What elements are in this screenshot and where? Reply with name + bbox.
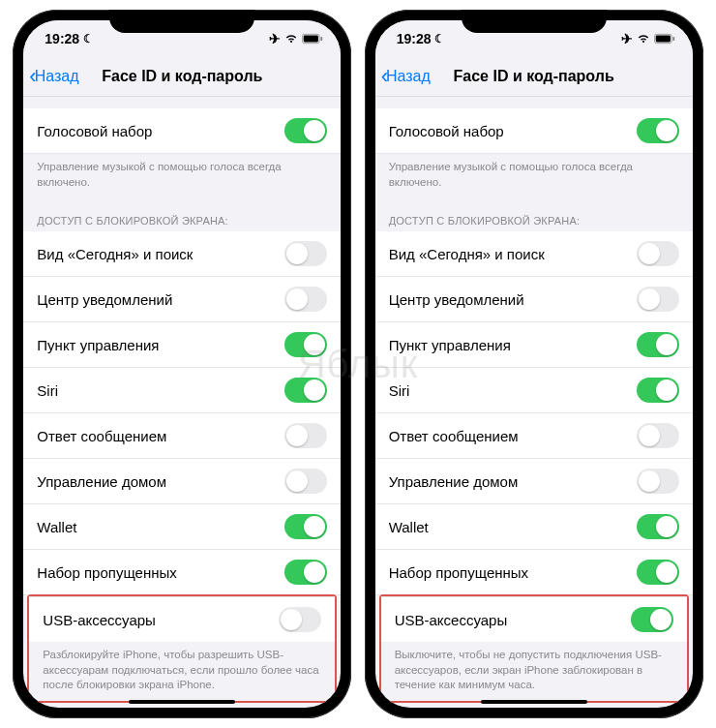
lock-row-toggle[interactable] <box>284 469 327 494</box>
usb-label: USB-аксессуары <box>395 612 508 628</box>
voice-dial-label: Голосовой набор <box>389 123 504 139</box>
screen: 19:28 ☾ ✈︎ ‹ Назад Face ID и код-пароль … <box>375 20 693 708</box>
airplane-icon: ✈︎ <box>621 31 633 46</box>
lock-row: Siri <box>23 368 341 413</box>
usb-row: USB-аксессуары <box>381 596 687 642</box>
lock-row-toggle[interactable] <box>284 514 327 539</box>
notch <box>109 10 254 33</box>
svg-rect-4 <box>655 36 670 43</box>
nav-bar: ‹ Назад Face ID и код-пароль <box>375 57 693 97</box>
lock-row: Управление домом <box>23 459 341 504</box>
lock-row-label: Ответ сообщением <box>37 428 166 444</box>
lock-row-toggle[interactable] <box>284 332 327 357</box>
content[interactable]: Голосовой набор Управление музыкой с пом… <box>375 97 693 708</box>
usb-toggle[interactable] <box>631 607 673 632</box>
airplane-icon: ✈︎ <box>269 31 281 46</box>
back-button[interactable]: ‹ Назад <box>375 64 431 89</box>
phone-frame: 19:28 ☾ ✈︎ ‹ Назад Face ID и код-пароль … <box>13 10 351 718</box>
voice-dial-row: Голосовой набор <box>23 108 341 154</box>
lock-row: Ответ сообщением <box>23 413 341 459</box>
lock-row-label: Siri <box>389 382 410 399</box>
lock-row-toggle[interactable] <box>637 241 679 266</box>
home-indicator[interactable] <box>481 700 587 704</box>
voice-dial-footer: Управление музыкой с помощью голоса всег… <box>375 154 693 201</box>
highlight-box: USB-аксессуары Разблокируйте iPhone, что… <box>27 594 337 703</box>
lock-row-toggle[interactable] <box>637 332 679 357</box>
lock-row-toggle[interactable] <box>637 560 679 585</box>
back-button[interactable]: ‹ Назад <box>23 64 78 89</box>
phone-frame: 19:28 ☾ ✈︎ ‹ Назад Face ID и код-пароль … <box>365 10 703 718</box>
lock-row: Набор пропущенных <box>23 550 341 595</box>
lock-row: Ответ сообщением <box>375 413 693 459</box>
lock-row-label: Центр уведомлений <box>389 291 524 308</box>
usb-row: USB-аксессуары <box>29 596 335 642</box>
home-indicator[interactable] <box>129 700 235 704</box>
lock-row-toggle[interactable] <box>637 423 679 448</box>
screen: 19:28 ☾ ✈︎ ‹ Назад Face ID и код-пароль … <box>23 20 341 708</box>
lock-row-toggle[interactable] <box>637 514 679 539</box>
lock-row-toggle[interactable] <box>284 378 327 403</box>
wifi-icon <box>284 33 298 45</box>
battery-icon <box>302 33 323 45</box>
lock-row-toggle[interactable] <box>284 423 327 448</box>
lock-row-toggle[interactable] <box>284 560 327 585</box>
usb-footer: Выключите, чтобы не допустить подключени… <box>381 642 687 701</box>
lock-row: Пункт управления <box>23 322 341 368</box>
lock-row-label: Wallet <box>37 519 76 535</box>
lock-row-label: Wallet <box>389 519 429 535</box>
lock-row: Центр уведомлений <box>23 277 341 322</box>
voice-dial-toggle[interactable] <box>284 118 327 143</box>
lock-row: Пункт управления <box>375 322 693 368</box>
voice-dial-toggle[interactable] <box>637 118 679 143</box>
lock-row-label: Центр уведомлений <box>37 291 172 308</box>
back-label: Назад <box>35 68 79 85</box>
highlight-box: USB-аксессуары Выключите, чтобы не допус… <box>379 594 689 703</box>
dnd-icon: ☾ <box>83 32 94 46</box>
lock-row: Управление домом <box>375 459 693 504</box>
lock-row-label: Управление домом <box>389 473 519 490</box>
voice-dial-footer: Управление музыкой с помощью голоса всег… <box>23 154 341 201</box>
lock-row-label: Набор пропущенных <box>37 564 176 581</box>
lock-row: Вид «Сегодня» и поиск <box>375 231 693 277</box>
lock-row-toggle[interactable] <box>284 241 327 266</box>
lock-row-label: Управление домом <box>37 473 166 490</box>
lock-row-label: Пункт управления <box>389 337 511 353</box>
lock-row-label: Siri <box>37 382 58 399</box>
notch <box>462 10 607 33</box>
usb-footer: Разблокируйте iPhone, чтобы разрешить US… <box>29 642 335 701</box>
usb-label: USB-аксессуары <box>43 612 156 628</box>
lock-header: ДОСТУП С БЛОКИРОВКОЙ ЭКРАНА: <box>375 201 693 231</box>
svg-rect-5 <box>672 37 674 41</box>
svg-rect-2 <box>321 37 323 41</box>
battery-icon <box>654 33 675 45</box>
lock-row-label: Пункт управления <box>37 337 159 353</box>
status-time: 19:28 <box>397 31 432 46</box>
lock-row-label: Набор пропущенных <box>389 564 528 581</box>
lock-row: Вид «Сегодня» и поиск <box>23 231 341 277</box>
voice-dial-row: Голосовой набор <box>375 108 693 154</box>
wifi-icon <box>637 33 650 45</box>
lock-row: Набор пропущенных <box>375 550 693 595</box>
usb-toggle[interactable] <box>279 607 321 632</box>
dnd-icon: ☾ <box>434 32 445 46</box>
back-label: Назад <box>386 68 431 85</box>
lock-row: Siri <box>375 368 693 413</box>
nav-bar: ‹ Назад Face ID и код-пароль <box>23 57 341 97</box>
lock-row-toggle[interactable] <box>637 287 679 312</box>
lock-row-toggle[interactable] <box>284 287 327 312</box>
lock-row-toggle[interactable] <box>637 469 679 494</box>
lock-row-label: Вид «Сегодня» и поиск <box>389 246 545 262</box>
svg-rect-1 <box>304 36 318 43</box>
content[interactable]: Голосовой набор Управление музыкой с пом… <box>23 97 341 708</box>
status-time: 19:28 <box>45 31 79 46</box>
lock-row: Центр уведомлений <box>375 277 693 322</box>
lock-header: ДОСТУП С БЛОКИРОВКОЙ ЭКРАНА: <box>23 201 341 231</box>
lock-row-label: Ответ сообщением <box>389 428 519 444</box>
voice-dial-label: Голосовой набор <box>37 123 152 139</box>
lock-row-label: Вид «Сегодня» и поиск <box>37 246 193 262</box>
lock-row: Wallet <box>23 504 341 550</box>
lock-row: Wallet <box>375 504 693 550</box>
lock-row-toggle[interactable] <box>637 378 679 403</box>
